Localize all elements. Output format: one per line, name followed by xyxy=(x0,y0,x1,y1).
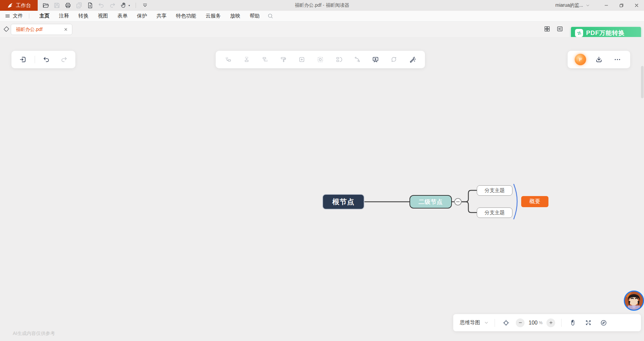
collapse-toolbar-icon[interactable] xyxy=(142,2,148,9)
title-bar: 工作台 ▾ 福昕办公.pdf - 福昕阅读器 xyxy=(0,0,644,11)
menu-home[interactable]: 主页 xyxy=(35,11,54,22)
insert-topic-icon[interactable] xyxy=(296,54,308,65)
toolbar-divider xyxy=(35,56,35,63)
exit-editor-icon[interactable] xyxy=(17,54,29,65)
more-ellipsis-icon[interactable] xyxy=(612,54,623,65)
ai-comment-icon[interactable] xyxy=(388,54,400,65)
foxit-logo-icon xyxy=(7,2,13,9)
menu-features[interactable]: 特色功能 xyxy=(171,11,201,22)
search-icon[interactable] xyxy=(267,13,274,19)
fullscreen-expand-icon[interactable] xyxy=(583,318,593,328)
export-toolbar xyxy=(568,51,630,68)
annotate-pen-icon[interactable] xyxy=(3,26,10,33)
menu-file[interactable]: 文件 xyxy=(5,13,23,19)
menu-protect[interactable]: 保护 xyxy=(132,11,152,22)
download-icon[interactable] xyxy=(593,54,605,65)
insert-child-node-icon[interactable] xyxy=(259,54,271,65)
chevron-down-icon xyxy=(484,320,489,325)
chevron-down-icon xyxy=(586,3,590,7)
status-bar: 思维导图 100 % xyxy=(453,314,641,331)
menu-share[interactable]: 共享 xyxy=(152,11,171,22)
open-folder-icon[interactable] xyxy=(42,2,49,9)
mindmap-root-node[interactable]: 根节点 xyxy=(322,194,364,210)
grid-view-icon[interactable] xyxy=(544,26,550,32)
copy-page-icon[interactable] xyxy=(76,2,82,9)
restore-button[interactable] xyxy=(614,0,629,11)
workspace-label: 工作台 xyxy=(16,2,31,9)
mouse-mode-icon[interactable] xyxy=(568,318,578,328)
workspace-button[interactable]: 工作台 xyxy=(0,0,38,11)
format-painter-icon[interactable] xyxy=(278,54,289,65)
pdf-convert-label: PDF万能转换 xyxy=(586,29,625,37)
redo-icon[interactable] xyxy=(58,54,70,65)
compass-icon[interactable] xyxy=(599,318,609,328)
zoom-out-button[interactable] xyxy=(516,318,525,327)
ai-brand-icon[interactable] xyxy=(575,54,586,65)
ai-disclaimer: AI生成内容仅供参考 xyxy=(13,331,55,337)
undo-icon[interactable] xyxy=(98,2,105,9)
magic-wand-icon[interactable] xyxy=(407,54,418,65)
vertical-scrollbar-thumb[interactable] xyxy=(641,66,644,98)
menu-cloud[interactable]: 云服务 xyxy=(201,11,225,22)
node-toolbar xyxy=(216,51,425,68)
hand-tool-icon[interactable] xyxy=(120,2,127,9)
user-name: miarua的监... xyxy=(556,2,583,8)
locate-icon[interactable] xyxy=(501,318,511,328)
new-page-icon[interactable] xyxy=(87,2,94,9)
menu-present[interactable]: 放映 xyxy=(225,11,245,22)
document-tab[interactable]: 福昕办公.pdf xyxy=(11,24,72,35)
pdf-convert-icon xyxy=(575,29,583,37)
relation-line-icon[interactable] xyxy=(352,54,363,65)
tab-title: 福昕办公.pdf xyxy=(16,27,63,33)
status-divider xyxy=(495,319,495,327)
menu-comment[interactable]: 注释 xyxy=(54,11,74,22)
assistant-avatar[interactable] xyxy=(624,291,644,311)
print-icon[interactable] xyxy=(65,2,71,9)
mindmap-secondary-node[interactable]: 二级节点 xyxy=(409,195,452,209)
menu-separator xyxy=(29,13,29,18)
view-mode-dropdown[interactable]: 思维导图 xyxy=(460,319,489,326)
status-divider xyxy=(561,319,562,327)
user-account-menu[interactable]: miarua的监... xyxy=(556,2,590,8)
summary-icon[interactable] xyxy=(333,54,345,65)
focus-select-icon[interactable] xyxy=(315,54,326,65)
redo-icon[interactable] xyxy=(109,2,116,9)
zoom-value: 100 xyxy=(529,320,538,326)
insert-parent-node-icon[interactable] xyxy=(241,54,252,65)
zoom-percent-sign: % xyxy=(539,320,543,325)
mindmap-summary-node[interactable]: 概要 xyxy=(521,196,548,207)
menu-view[interactable]: 视图 xyxy=(93,11,113,22)
menu-bar: 文件 主页 注释 转换 视图 表单 保护 共享 特色功能 云服务 放映 帮助 xyxy=(0,11,644,22)
save-icon[interactable] xyxy=(53,2,60,9)
toolbar-divider xyxy=(136,3,136,8)
collapse-node-button[interactable] xyxy=(454,198,462,205)
menu-form[interactable]: 表单 xyxy=(113,11,132,22)
hamburger-icon xyxy=(5,13,10,19)
mindmap-branch-node[interactable]: 分支主题 xyxy=(477,185,512,196)
history-toolbar xyxy=(11,51,75,68)
view-mode-label: 思维导图 xyxy=(460,319,480,326)
presentation-icon[interactable] xyxy=(370,54,381,65)
tab-close-icon[interactable] xyxy=(63,27,69,33)
close-button[interactable] xyxy=(629,0,644,11)
insert-sibling-node-icon[interactable] xyxy=(222,54,234,65)
mindmap-connectors xyxy=(0,37,644,341)
panel-toggle-icon[interactable] xyxy=(557,26,563,32)
menu-convert[interactable]: 转换 xyxy=(74,11,93,22)
mindmap-canvas[interactable]: 根节点 二级节点 分支主题 分支主题 概要 AI生成内容仅供参考 思维导图 10… xyxy=(0,37,644,341)
minimize-button[interactable] xyxy=(599,0,614,11)
undo-icon[interactable] xyxy=(41,54,52,65)
mindmap-branch-node[interactable]: 分支主题 xyxy=(477,207,512,218)
menu-help[interactable]: 帮助 xyxy=(245,11,264,22)
zoom-in-button[interactable] xyxy=(546,318,555,327)
tab-bar: 福昕办公.pdf xyxy=(0,22,644,37)
hand-tool-caret-icon[interactable]: ▾ xyxy=(129,4,130,7)
